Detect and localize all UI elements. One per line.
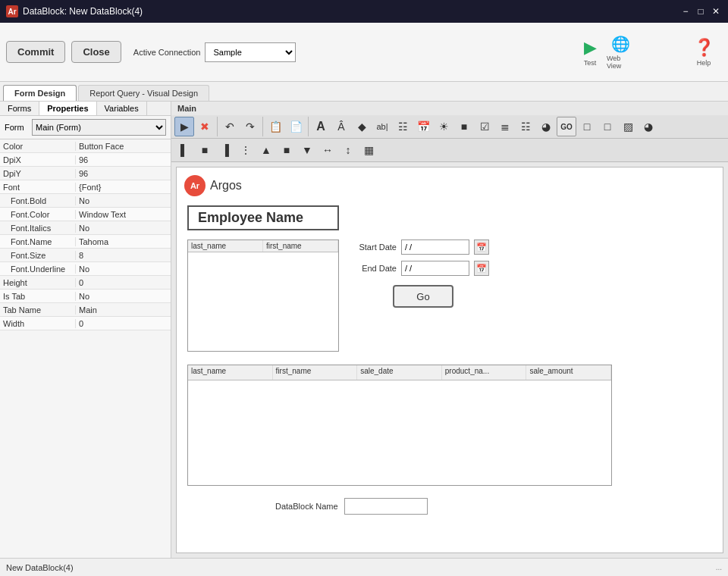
end-date-input[interactable] [401, 261, 469, 276]
status-text: New DataBlock(4) [6, 563, 74, 572]
chart-tool[interactable]: ◕ [536, 117, 556, 136]
align-bottom-tool[interactable]: ▼ [297, 140, 317, 160]
property-row: Font.Size8 [0, 249, 171, 262]
sub-tab-bar: Forms Properties Variables [0, 102, 171, 116]
canvas-area[interactable]: Ar Argos Employee Name last_name first_n… [176, 167, 723, 553]
size-h-tool[interactable]: ↔ [318, 140, 337, 160]
date-section: Start Date 📅 End Date 📅 [351, 239, 489, 276]
property-row: Font{Font} [0, 180, 171, 194]
shape-tool[interactable]: ◆ [352, 117, 372, 136]
sub-tab-properties[interactable]: Properties [39, 102, 96, 115]
clear-tool[interactable]: ✖ [195, 117, 215, 136]
property-row: ColorButton Face [0, 139, 171, 153]
close-button[interactable]: ✕ [710, 5, 722, 17]
maximize-button[interactable]: □ [695, 5, 707, 17]
minimize-button[interactable]: − [679, 5, 692, 17]
prop-value: No [76, 265, 89, 274]
pie-tool[interactable]: ◕ [639, 117, 658, 136]
align-top-tool[interactable]: ▲ [256, 140, 276, 160]
prop-value: No [76, 224, 89, 233]
distribute-h-tool[interactable]: ⋮ [236, 140, 256, 160]
canvas-logo: Ar Argos [184, 175, 242, 196]
sub-tab-forms[interactable]: Forms [0, 102, 39, 115]
unknown-tool2[interactable]: □ [577, 117, 597, 136]
sub-tab-variables[interactable]: Variables [97, 102, 147, 115]
input-tool[interactable]: ab| [372, 117, 392, 136]
canvas-name-list[interactable]: last_name first_name [187, 239, 339, 352]
connection-select[interactable]: Sample [205, 42, 296, 62]
paste-tool[interactable]: 📄 [286, 117, 306, 136]
prop-name: Tab Name [0, 305, 76, 315]
tab-report-query[interactable]: Report Query - Visual Design [78, 85, 209, 101]
connection-label: Active Connection [133, 48, 201, 57]
table-tool[interactable]: ☷ [393, 117, 413, 136]
datablock-name-row: DataBlock Name [275, 498, 428, 515]
close-button-toolbar[interactable]: Close [71, 41, 121, 63]
image-tool[interactable]: ☀ [434, 117, 453, 136]
prop-name: Color [0, 142, 76, 151]
property-row: DpiX96 [0, 153, 171, 167]
checkbox-tool[interactable]: ☑ [475, 117, 494, 136]
canvas-title[interactable]: Employee Name [187, 205, 339, 230]
prop-value: No [76, 292, 89, 301]
end-date-label: End Date [351, 264, 397, 273]
property-row: Is TabNo [0, 290, 171, 303]
start-date-cal-button[interactable]: 📅 [474, 239, 489, 255]
tab-form-design[interactable]: Form Design [3, 85, 77, 101]
start-date-label: Start Date [351, 243, 397, 252]
unknown-tool1[interactable]: ■ [454, 117, 474, 136]
design-area: Main ▶ ✖ ↶ ↷ 📋 📄 A Â ◆ ab| ☷ 📅 ☀ ■ ☑ ≣ … [171, 102, 728, 558]
property-row: Font.ColorWindow Text [0, 208, 171, 221]
status-coords: ... [716, 563, 722, 571]
datablock-name-input[interactable] [344, 498, 428, 515]
start-date-input[interactable] [401, 239, 469, 255]
prop-name: Font.Name [0, 237, 76, 246]
grid-tool[interactable]: ☷ [516, 117, 535, 136]
web-view-icon: 🌐 [611, 35, 630, 53]
design-label: Main [171, 102, 728, 115]
prop-value: 8 [76, 251, 83, 260]
size-v-tool[interactable]: ↕ [338, 140, 358, 160]
status-bar: New DataBlock(4) ... [0, 558, 728, 576]
help-icon: ❓ [694, 38, 714, 58]
toolbar-right: ▶ Test 🌐 Web View ❓ Help [576, 33, 722, 72]
unknown-tool3[interactable]: □ [598, 117, 617, 136]
go-button[interactable]: Go [393, 285, 453, 308]
unknown-tool4[interactable]: ▨ [618, 117, 638, 136]
redo-tool[interactable]: ↷ [240, 117, 260, 136]
align-center-h-tool[interactable]: ■ [195, 140, 215, 160]
undo-tool[interactable]: ↶ [220, 117, 240, 136]
property-row: Width0 [0, 317, 171, 330]
end-date-row: End Date 📅 [351, 261, 489, 276]
form-select[interactable]: Main (Form) [32, 119, 166, 136]
results-grid[interactable]: last_name first_name sale_date product_n… [187, 365, 612, 486]
prop-value: 0 [76, 278, 83, 287]
prop-value: 96 [76, 169, 88, 178]
grid-col-sale-date: sale_date [357, 365, 442, 380]
form-select-row: Form Main (Form) [0, 116, 171, 139]
list-tool[interactable]: ≣ [495, 117, 515, 136]
prop-name: Is Tab [0, 292, 76, 301]
prop-name: Font.Bold [0, 196, 76, 205]
text-tool[interactable]: A [311, 117, 331, 136]
test-label: Test [584, 59, 597, 67]
web-view-button[interactable]: 🌐 Web View [607, 33, 634, 72]
test-button[interactable]: ▶ Test [576, 33, 604, 72]
prop-value: 96 [76, 155, 88, 164]
help-button[interactable]: ❓ Help [686, 33, 722, 72]
end-date-cal-button[interactable]: 📅 [474, 261, 489, 276]
cursor-tool[interactable]: ▶ [174, 117, 194, 136]
commit-button[interactable]: Commit [6, 41, 65, 63]
go-tool[interactable]: GO [557, 117, 576, 136]
font-tool[interactable]: Â [331, 117, 351, 136]
grid-header: last_name first_name sale_date product_n… [188, 365, 611, 380]
align-right-tool[interactable]: ▐ [215, 140, 235, 160]
copy-tool[interactable]: 📋 [265, 117, 285, 136]
align-left-tool[interactable]: ▌ [174, 140, 194, 160]
form-select-label: Form [5, 123, 27, 132]
design-toolbar-2: ▌ ■ ▐ ⋮ ▲ ■ ▼ ↔ ↕ ▦ [171, 139, 728, 162]
calendar-tool[interactable]: 📅 [413, 117, 433, 136]
arrange-tool[interactable]: ▦ [359, 140, 378, 160]
toolbar: Commit Close Active Connection Sample ▶ … [0, 23, 728, 82]
align-center-v-tool[interactable]: ■ [277, 140, 297, 160]
